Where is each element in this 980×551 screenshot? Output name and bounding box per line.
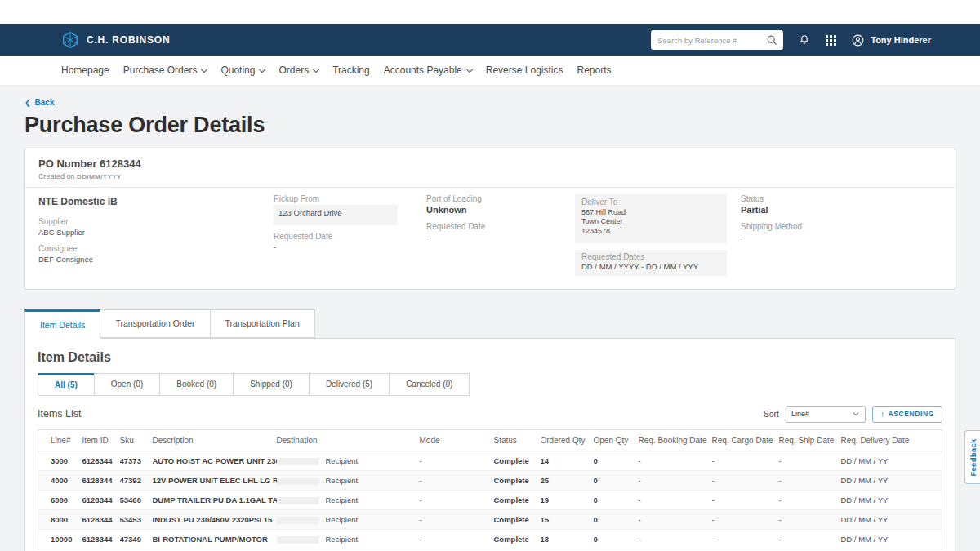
cell-destination: Recipient xyxy=(277,490,420,509)
nav-item-purchase-orders[interactable]: Purchase Orders xyxy=(123,61,207,79)
redacted-block xyxy=(277,478,319,485)
cell-req-ship-date: - xyxy=(779,451,841,470)
requested-dates-value: DD / MM / YYYY - DD / MM / YYY xyxy=(581,262,720,271)
cell-status: Complete xyxy=(494,490,541,509)
search-input[interactable] xyxy=(651,30,783,50)
cell-sku: 47349 xyxy=(120,529,153,549)
column-header-status: Status xyxy=(494,429,541,451)
po-col-deliver: Deliver To 567 Hill Road Town Center 123… xyxy=(575,194,741,276)
cell-line: 10000 xyxy=(38,529,82,549)
nav-item-label: Purchase Orders xyxy=(123,64,198,76)
port-of-loading-label: Port of Loading xyxy=(426,194,575,203)
cell-open-qty: 0 xyxy=(594,470,639,490)
cell-ordered-qty: 19 xyxy=(541,490,594,509)
notifications-button[interactable] xyxy=(798,33,811,47)
redacted-block xyxy=(277,536,319,544)
main-tabs: Item DetailsTransportation OrderTranspor… xyxy=(24,309,956,338)
brand-name: C.H. ROBINSON xyxy=(87,34,170,46)
subtab-canceled-0[interactable]: Canceled (0) xyxy=(389,373,470,396)
items-list-header: Items List Sort Line# ↑ ASCENDING xyxy=(38,406,942,423)
sort-direction-button[interactable]: ↑ ASCENDING xyxy=(872,406,942,423)
bell-icon xyxy=(798,33,811,47)
top-margin xyxy=(0,0,980,24)
chevron-down-icon xyxy=(466,65,473,72)
topbar-right: Tony Hinderer xyxy=(651,30,931,50)
nav-item-tracking[interactable]: Tracking xyxy=(332,61,370,79)
po-number: PO Number 6128344 xyxy=(38,158,942,170)
status-value: Partial xyxy=(741,205,942,215)
cell-mode: - xyxy=(420,509,494,529)
status-subtabs: All (5)Open (0)Booked (0)Shipped (0)Deli… xyxy=(38,373,942,396)
column-header-req-cargo-date: Req. Cargo Date xyxy=(712,429,779,451)
arrow-up-icon: ↑ xyxy=(880,410,885,419)
subtab-delivered-5[interactable]: Delivered (5) xyxy=(309,373,390,396)
subtab-booked-0[interactable]: Booked (0) xyxy=(159,373,234,396)
cell-item-id: 6128344 xyxy=(82,451,120,470)
search-icon[interactable] xyxy=(765,33,778,47)
nav-item-label: Quoting xyxy=(220,64,255,76)
column-header-ordered-qty: Ordered Qty xyxy=(541,429,594,451)
nav-item-accounts-payable[interactable]: Accounts Payable xyxy=(384,61,472,79)
cell-req-booking-date: - xyxy=(639,451,712,470)
pickup-requested-date-value: - xyxy=(274,242,426,251)
nav-item-quoting[interactable]: Quoting xyxy=(220,61,265,79)
cell-open-qty: 0 xyxy=(594,490,639,509)
shipping-method-value: - xyxy=(741,233,942,242)
nav-item-homepage[interactable]: Homepage xyxy=(61,61,109,79)
cell-destination: Recipient xyxy=(277,529,420,549)
nav-item-orders[interactable]: Orders xyxy=(278,61,318,79)
tab-item-details[interactable]: Item Details xyxy=(24,309,100,339)
nav-item-label: Reports xyxy=(577,64,612,76)
subtab-all-5[interactable]: All (5) xyxy=(38,373,95,396)
redacted-block xyxy=(277,497,319,504)
redacted-block xyxy=(277,458,319,465)
port-requested-date-value: - xyxy=(426,233,575,242)
cell-req-booking-date: - xyxy=(639,509,712,529)
deliver-to-line: Town Center xyxy=(581,217,720,227)
column-header-req-booking-date: Req. Booking Date xyxy=(639,429,712,451)
apps-grid-icon xyxy=(826,35,836,46)
nav-item-label: Tracking xyxy=(332,64,370,76)
user-menu[interactable]: Tony Hinderer xyxy=(851,33,931,47)
pickup-from-value: 123 Orchard Drive xyxy=(278,208,391,217)
cell-req-delivery-date: DD / MM / YY xyxy=(841,451,942,470)
screen: C.H. ROBINSON xyxy=(0,0,980,551)
nav-item-reverse-logistics[interactable]: Reverse Logistics xyxy=(486,61,564,79)
hexagon-logo-icon xyxy=(61,31,79,49)
tab-transportation-order[interactable]: Transportation Order xyxy=(100,309,210,338)
feedback-button[interactable]: Feedback xyxy=(964,430,980,484)
table-row: 10000612834447349BI-ROTATIONAL PUMP/MOTO… xyxy=(38,529,942,549)
cell-req-booking-date: - xyxy=(639,529,712,549)
subtab-open-0[interactable]: Open (0) xyxy=(94,373,160,396)
cell-req-ship-date: - xyxy=(779,509,841,529)
feedback-label: Feedback xyxy=(969,438,978,476)
pickup-requested-date-label: Requested Date xyxy=(274,232,426,241)
nav-item-reports[interactable]: Reports xyxy=(577,61,612,79)
consignee-label: Consignee xyxy=(38,244,274,253)
page-content: ❮ Back Purchase Order Details PO Number … xyxy=(0,86,980,551)
sort-select[interactable]: Line# xyxy=(786,406,866,423)
cell-destination: Recipient xyxy=(277,509,420,529)
deliver-to-label: Deliver To xyxy=(581,198,720,207)
back-link[interactable]: ❮ Back xyxy=(24,98,54,107)
sort-direction-label: ASCENDING xyxy=(889,410,934,418)
deliver-to-line: 1234578 xyxy=(581,227,720,237)
apps-grid-button[interactable] xyxy=(826,35,836,46)
cell-req-ship-date: - xyxy=(779,490,841,509)
cell-status: Complete xyxy=(494,451,541,470)
cell-req-delivery-date: DD / MM / YY xyxy=(841,509,942,529)
back-label: Back xyxy=(35,98,55,107)
cell-line: 4000 xyxy=(38,470,82,490)
cell-description: AUTO HOIST AC POWER UNIT 230V xyxy=(153,451,277,470)
brand-home-link[interactable]: C.H. ROBINSON xyxy=(61,31,170,49)
cell-ordered-qty: 15 xyxy=(541,509,594,529)
cell-ordered-qty: 25 xyxy=(541,470,594,490)
requested-dates-box: Requested Dates DD / MM / YYYY - DD / MM… xyxy=(575,250,727,276)
cell-req-cargo-date: - xyxy=(712,470,779,490)
pickup-from-label: Pickup From xyxy=(274,194,426,203)
supplier-label: Supplier xyxy=(38,217,274,226)
cell-sku: 53460 xyxy=(120,490,153,509)
subtab-shipped-0[interactable]: Shipped (0) xyxy=(233,373,310,396)
cell-description: BI-ROTATIONAL PUMP/MOTOR xyxy=(153,529,277,549)
tab-transportation-plan[interactable]: Transportation Plan xyxy=(210,309,315,338)
